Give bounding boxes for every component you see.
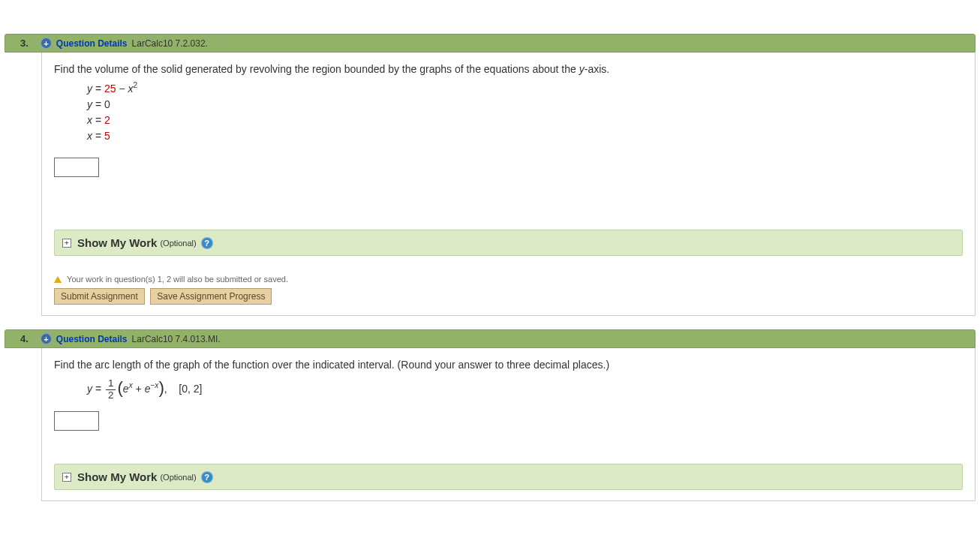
plus: + — [133, 383, 145, 395]
equation-3: x = 2 — [87, 113, 963, 128]
answer-input[interactable] — [54, 158, 99, 177]
show-my-work-label: Show My Work — [77, 236, 157, 249]
exp: −x — [150, 381, 158, 389]
eq-val: 5 — [104, 130, 110, 142]
question-reference: LarCalc10 7.4.013.MI. — [132, 334, 221, 344]
expand-box-icon[interactable]: + — [62, 239, 71, 248]
answer-input[interactable] — [54, 411, 99, 431]
question-details-link[interactable]: Question Details — [56, 334, 128, 344]
paren-close: ) — [158, 378, 164, 397]
equation-2: y = 0 — [87, 97, 963, 113]
eq-x: x — [128, 83, 134, 95]
warning-row: Your work in question(s) 1, 2 will also … — [54, 274, 963, 284]
warning-text: Your work in question(s) 1, 2 will also … — [67, 275, 288, 284]
question-prompt: Find the arc length of the graph of the … — [54, 359, 963, 371]
help-icon[interactable]: ? — [201, 237, 213, 249]
question-number: 4. — [20, 333, 29, 344]
eq-var: x — [87, 114, 92, 126]
frac-den: 2 — [106, 390, 116, 401]
equation: y = 1 2 (ex + e−x), [0, 2] — [87, 378, 963, 401]
show-my-work-bar[interactable]: + Show My Work (Optional) ? — [54, 230, 963, 256]
expand-box-icon[interactable]: + — [62, 473, 71, 482]
question-number: 3. — [20, 38, 29, 49]
optional-label: (Optional) — [160, 473, 196, 482]
expand-icon[interactable]: + — [41, 38, 52, 49]
prompt-text-pre: Find the volume of the solid generated b… — [54, 63, 579, 75]
button-row: Submit Assignment Save Assignment Progre… — [54, 288, 963, 305]
question-header: 3. + Question Details LarCalc10 7.2.032. — [5, 34, 975, 53]
frac-num: 1 — [106, 378, 116, 390]
prompt-text-post: -axis. — [585, 63, 609, 75]
submit-assignment-button[interactable]: Submit Assignment — [54, 288, 145, 305]
eq-var: y — [87, 98, 92, 110]
paren-open: ( — [117, 378, 122, 397]
interval: [0, 2] — [179, 383, 202, 395]
eq-var: x — [87, 130, 92, 142]
question-4: 4. + Question Details LarCalc10 7.4.013.… — [0, 329, 980, 501]
question-prompt: Find the volume of the solid generated b… — [54, 63, 963, 75]
question-header: 4. + Question Details LarCalc10 7.4.013.… — [5, 329, 975, 348]
equation-1: y = 25 − x2 — [87, 81, 963, 97]
eq-val: 0 — [104, 98, 110, 110]
fraction: 1 2 — [106, 378, 116, 401]
prompt-axis: y — [579, 63, 585, 75]
help-icon[interactable]: ? — [201, 471, 213, 483]
eq-exp: 2 — [134, 81, 138, 89]
e: e — [123, 383, 129, 395]
equations-block: y = 25 − x2 y = 0 x = 2 x = 5 — [87, 81, 963, 144]
warning-icon — [54, 276, 62, 283]
question-reference: LarCalc10 7.2.032. — [132, 38, 208, 49]
eq-val: 2 — [104, 114, 110, 126]
eq-var: y — [87, 83, 92, 95]
question-3: 3. + Question Details LarCalc10 7.2.032.… — [0, 34, 980, 316]
question-body: Find the volume of the solid generated b… — [41, 53, 975, 316]
question-details-link[interactable]: Question Details — [56, 38, 128, 49]
show-my-work-bar[interactable]: + Show My Work (Optional) ? — [54, 464, 963, 490]
eq-var: y — [87, 383, 92, 395]
eq-const: 25 — [104, 83, 116, 95]
save-progress-button[interactable]: Save Assignment Progress — [150, 288, 272, 305]
eq-minus: − — [116, 83, 128, 95]
optional-label: (Optional) — [160, 239, 196, 248]
equation-4: x = 5 — [87, 128, 963, 144]
question-body: Find the arc length of the graph of the … — [41, 348, 975, 501]
expand-icon[interactable]: + — [41, 333, 52, 344]
show-my-work-label: Show My Work — [77, 470, 157, 483]
